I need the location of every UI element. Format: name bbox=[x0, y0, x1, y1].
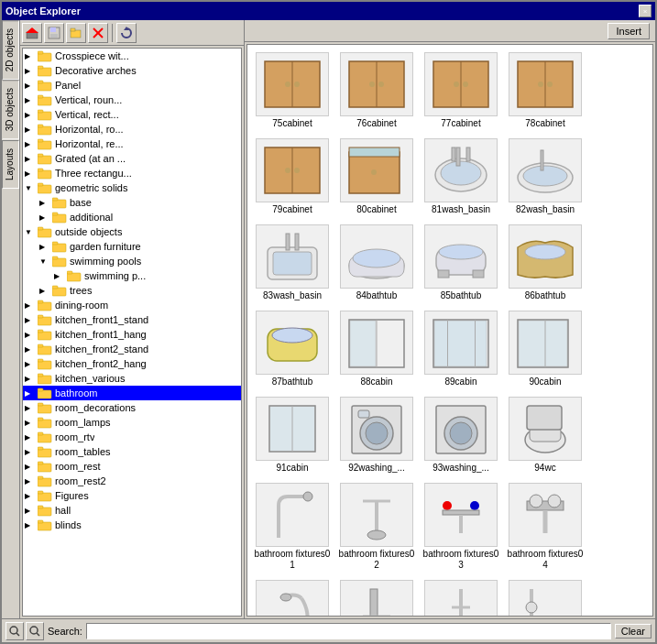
object-item[interactable]: 78cabinet bbox=[504, 49, 586, 133]
svg-rect-14 bbox=[38, 82, 51, 91]
object-item[interactable]: 84bathtub bbox=[335, 221, 418, 305]
objects-grid[interactable]: 75cabinet76cabinet77cabinet78cabinet79ca… bbox=[246, 44, 653, 617]
tree-item[interactable]: ▶Crosspiece wit... bbox=[23, 49, 241, 63]
object-item[interactable]: 80cabinet bbox=[335, 135, 418, 219]
tree-item-label: room_tables bbox=[55, 446, 111, 457]
object-item[interactable]: 92washing_... bbox=[335, 393, 418, 477]
object-item[interactable]: bathroom fixtures01 bbox=[251, 479, 334, 574]
object-item[interactable]: shower battery02 bbox=[504, 576, 586, 617]
toolbar-save-btn[interactable] bbox=[44, 23, 64, 43]
tree-item[interactable]: ▶room_tables bbox=[23, 444, 241, 459]
object-item[interactable]: 77cabinet bbox=[420, 49, 502, 133]
tree-item[interactable]: ▶Grated (at an ... bbox=[23, 151, 241, 166]
object-item[interactable]: 81wash_basin bbox=[420, 135, 502, 219]
tree-item[interactable]: ▶dining-room bbox=[23, 298, 241, 312]
tree-item[interactable]: ▼outside objects bbox=[23, 224, 241, 239]
object-item[interactable]: 94wc bbox=[504, 393, 586, 477]
tab-3d-objects[interactable]: 3D objects bbox=[2, 80, 19, 139]
tree-item[interactable]: ▶kitchen_various bbox=[23, 371, 241, 386]
object-item[interactable]: 76cabinet bbox=[335, 49, 418, 133]
object-item[interactable]: bathroom fixtures06 bbox=[335, 576, 418, 617]
tree-item[interactable]: ▶Panel bbox=[23, 78, 241, 93]
tree-item[interactable]: ▶Vertical, rect... bbox=[23, 107, 241, 122]
tree-item[interactable]: ▶Decorative arches bbox=[23, 63, 241, 78]
object-item[interactable]: shower battery01 bbox=[420, 576, 502, 617]
svg-point-168 bbox=[10, 627, 17, 634]
search-next-btn[interactable] bbox=[26, 622, 44, 640]
tree-item[interactable]: ▶kitchen_front2_stand bbox=[23, 342, 241, 356]
tree-item[interactable]: ▶room_decorations bbox=[23, 400, 241, 415]
search-input[interactable] bbox=[86, 623, 611, 639]
svg-point-78 bbox=[285, 82, 290, 87]
tree-item[interactable]: ▶kitchen_front1_stand bbox=[23, 312, 241, 327]
svg-rect-35 bbox=[38, 227, 43, 230]
tree-item[interactable]: ▶additional bbox=[23, 210, 241, 224]
tree-item[interactable]: ▶kitchen_front1_hang bbox=[23, 327, 241, 342]
tree-item[interactable]: ▶swimming p... bbox=[23, 268, 241, 283]
tree-item[interactable]: ▶Horizontal, re... bbox=[23, 136, 241, 151]
object-item[interactable]: 79cabinet bbox=[251, 135, 334, 219]
tree-item-label: Grated (at an ... bbox=[55, 153, 126, 164]
tree-item[interactable]: ▶bathroom bbox=[23, 386, 241, 400]
object-item[interactable]: 83wash_basin bbox=[251, 221, 334, 305]
insert-button[interactable]: Insert bbox=[608, 23, 650, 39]
tree-item[interactable]: ▶trees bbox=[23, 283, 241, 298]
tree-item[interactable]: ▶kitchen_front2_hang bbox=[23, 356, 241, 371]
toolbar bbox=[20, 20, 244, 46]
object-item[interactable]: 85bathtub bbox=[420, 221, 502, 305]
tree-item[interactable]: ▶base bbox=[23, 195, 241, 210]
object-item[interactable]: 75cabinet bbox=[251, 49, 334, 133]
object-item[interactable]: bathroom fixtures03 bbox=[420, 479, 502, 574]
object-item[interactable]: 86bathtub bbox=[504, 221, 586, 305]
expand-icon: ▶ bbox=[25, 82, 36, 90]
svg-rect-32 bbox=[52, 214, 66, 223]
search-prev-btn[interactable] bbox=[5, 622, 24, 640]
toolbar-open-btn[interactable] bbox=[66, 23, 86, 43]
toolbar-home-btn[interactable] bbox=[22, 23, 42, 43]
tree-item[interactable]: ▶Three rectangu... bbox=[23, 166, 241, 180]
tree-item[interactable]: ▶room_rest2 bbox=[23, 474, 241, 488]
expand-icon: ▶ bbox=[25, 331, 36, 339]
tree-item[interactable]: ▼swimming pools bbox=[23, 254, 241, 268]
tree-panel[interactable]: ▶Crosspiece wit...▶Decorative arches▶Pan… bbox=[22, 48, 242, 617]
svg-rect-11 bbox=[38, 51, 43, 54]
tree-item[interactable]: ▶blinds bbox=[23, 518, 241, 532]
tree-item[interactable]: ▶hall bbox=[23, 503, 241, 518]
toolbar-delete-btn[interactable] bbox=[88, 23, 108, 43]
tree-item[interactable]: ▶room_rtv bbox=[23, 430, 241, 444]
object-item[interactable]: 89cabin bbox=[420, 307, 502, 391]
object-item[interactable]: 82wash_basin bbox=[504, 135, 586, 219]
svg-point-98 bbox=[371, 169, 377, 175]
tree-item[interactable]: ▶Vertical, roun... bbox=[23, 93, 241, 107]
toolbar-refresh-btn[interactable] bbox=[116, 23, 137, 43]
object-item[interactable]: 87bathtub bbox=[251, 307, 334, 391]
folder-icon bbox=[38, 181, 52, 194]
tree-item[interactable]: ▶garden furniture bbox=[23, 239, 241, 254]
tree-item-label: garden furniture bbox=[70, 241, 141, 252]
object-item[interactable]: 91cabin bbox=[251, 393, 334, 477]
object-item[interactable]: bathroom fixtures02 bbox=[335, 479, 418, 574]
tree-item[interactable]: ▶Figures bbox=[23, 488, 241, 503]
object-item[interactable]: bathroom fixtures04 bbox=[504, 479, 586, 574]
expand-icon: ▶ bbox=[54, 272, 65, 280]
tree-item-label: hall bbox=[55, 505, 71, 516]
object-label: 90cabin bbox=[529, 377, 561, 387]
svg-rect-38 bbox=[52, 258, 66, 267]
tab-2d-objects[interactable]: 2D objects bbox=[2, 20, 19, 80]
tree-item[interactable]: ▶room_rest bbox=[23, 459, 241, 474]
object-item[interactable]: 90cabin bbox=[504, 307, 586, 391]
svg-point-100 bbox=[441, 161, 481, 185]
object-item[interactable]: 93washing_... bbox=[420, 393, 502, 477]
tree-item[interactable]: ▶Horizontal, ro... bbox=[23, 122, 241, 136]
object-item[interactable]: bathroom fixtures05 bbox=[251, 576, 334, 617]
tab-layouts[interactable]: Layouts bbox=[2, 140, 19, 189]
svg-point-156 bbox=[526, 602, 537, 613]
clear-button[interactable]: Clear bbox=[615, 624, 652, 639]
svg-point-115 bbox=[439, 245, 483, 259]
object-label: 87bathtub bbox=[272, 377, 313, 387]
tree-item[interactable]: ▶room_lamps bbox=[23, 415, 241, 430]
close-button[interactable]: × bbox=[639, 5, 652, 17]
svg-rect-49 bbox=[38, 330, 43, 333]
object-item[interactable]: 88cabin bbox=[335, 307, 418, 391]
tree-item[interactable]: ▼geometric solids bbox=[23, 180, 241, 195]
